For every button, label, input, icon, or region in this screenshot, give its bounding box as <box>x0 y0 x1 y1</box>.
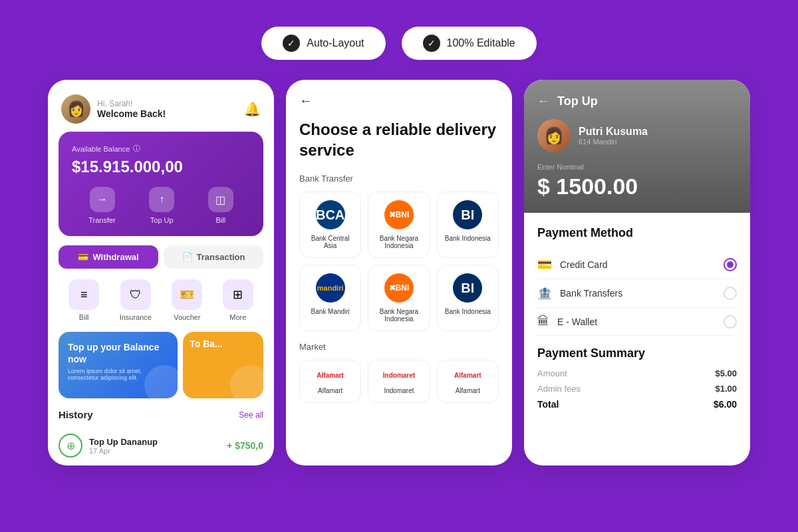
pm-ewallet[interactable]: 🏛 E - Wallet <box>537 308 737 336</box>
bank-transfer-label: Bank Transfers <box>560 288 622 299</box>
bank-mandiri[interactable]: mandiri Bank Mandiri <box>299 265 361 331</box>
history-item-icon: ⊕ <box>59 434 82 458</box>
credit-card-icon: 💳 <box>537 257 552 272</box>
bca-logo: BCA <box>316 200 345 229</box>
top-badges-container: ✓ Auto-Layout ✓ 100% Editable <box>0 0 798 60</box>
bank-grid: BCA Bank Central Asia ✖BNI Bank Negara I… <box>299 192 499 331</box>
topup-user-name: Putri Kusuma <box>579 126 648 138</box>
more-quick-icon: ⊞ <box>223 279 253 310</box>
more-quick-label: More <box>229 313 246 321</box>
history-item-date: 17 Apr <box>89 447 158 455</box>
bank-bca[interactable]: BCA Bank Central Asia <box>299 192 361 258</box>
check-icon-1: ✓ <box>283 35 300 52</box>
bank-transfer-label: Bank Transfer <box>299 174 499 184</box>
notification-bell-icon[interactable]: 🔔 <box>244 101 261 117</box>
delivery-title: Choose a reliable delivery service <box>299 119 499 160</box>
pm-credit-card[interactable]: 💳 Credit Card <box>537 251 737 279</box>
balance-label: Available Balance ⓘ <box>72 144 250 154</box>
mandiri-name: Bank Mandiri <box>311 308 349 315</box>
bi-logo-2: BI <box>453 273 482 303</box>
insurance-quick-label: Insurance <box>120 313 152 321</box>
alfamart-name-1: Alfamart <box>318 387 342 394</box>
ewallet-icon: 🏛 <box>537 315 549 329</box>
cards-container: 👩 Hi, Sarah! Welcome Back! 🔔 Available B… <box>0 80 798 466</box>
bank-bni-1[interactable]: ✖BNI Bank Negara Indonesia <box>368 192 430 258</box>
ewallet-radio[interactable] <box>724 315 737 329</box>
alfamart-logo-2: Alfamart <box>453 368 482 382</box>
balance-actions: → Transfer ↑ Top Up ◫ Bill <box>72 187 250 224</box>
topup-user-avatar: 👩 <box>537 119 571 152</box>
market-alfamart-2[interactable]: Alfamart Alfamart <box>437 360 499 403</box>
bank-bni-2[interactable]: ✖BNI Bank Negara Indonesia <box>368 265 430 331</box>
history-header: History See all <box>48 409 274 428</box>
promo-toba-banner[interactable]: To Ba... <box>183 332 263 398</box>
delivery-service-card: ← Choose a reliable delivery service Ban… <box>286 80 512 466</box>
bank-bi-2[interactable]: BI Bank Indonesia <box>437 265 499 331</box>
pm-bank-transfer[interactable]: 🏦 Bank Transfers <box>537 279 737 308</box>
bank-bi-1[interactable]: BI Bank Indonesia <box>437 192 499 258</box>
promo-yellow-decoration <box>230 365 263 398</box>
editable-label: 100% Editable <box>447 37 515 49</box>
topup-user-info: 👩 Putri Kusuma 614 Mandiri <box>537 119 737 152</box>
insurance-quick-item[interactable]: 🛡 Insurance <box>120 279 152 321</box>
user-greeting-row: 👩 Hi, Sarah! Welcome Back! <box>61 94 166 124</box>
voucher-quick-item[interactable]: 🎫 Voucher <box>172 279 202 321</box>
topup-action[interactable]: ↑ Top Up <box>149 187 174 224</box>
admin-value: $1.00 <box>715 384 737 394</box>
avatar: 👩 <box>61 94 90 124</box>
topup-label: Top Up <box>150 216 174 224</box>
indomaret-name: Indomaret <box>384 387 414 394</box>
summary-amount-row: Amount $5.00 <box>537 368 737 378</box>
bill-icon: ◫ <box>208 187 233 212</box>
check-icon-2: ✓ <box>423 35 440 52</box>
topup-icon: ↑ <box>149 187 174 212</box>
see-all-link[interactable]: See all <box>239 410 263 420</box>
transfer-action[interactable]: → Transfer <box>88 187 116 224</box>
back-button[interactable]: ← <box>299 93 499 108</box>
more-quick-item[interactable]: ⊞ More <box>223 279 253 321</box>
tabs-row: 💳 Withdrawal 📄 Transaction <box>59 245 263 269</box>
bi-name-2: Bank Indonesia <box>445 308 491 315</box>
transaction-tab[interactable]: 📄 Transaction <box>164 245 263 269</box>
alfamart-logo-1: Alfamart <box>316 368 345 382</box>
auto-layout-label: Auto-Layout <box>307 37 364 49</box>
auto-layout-badge: ✓ Auto-Layout <box>261 27 385 60</box>
market-indomaret[interactable]: Indomaret Indomaret <box>368 360 430 403</box>
bni-name-2: Bank Negara Indonesia <box>374 308 424 323</box>
amount-value: $5.00 <box>715 368 737 378</box>
topup-back-button[interactable]: ← <box>537 94 549 108</box>
quick-icons-row: ≡ Bill 🛡 Insurance 🎫 Voucher ⊞ More <box>48 279 274 332</box>
bill-action[interactable]: ◫ Bill <box>208 187 233 224</box>
total-label: Total <box>537 399 559 410</box>
promo-topup-banner[interactable]: Top up your Balance now Lorem ipsum dolo… <box>59 332 178 398</box>
market-alfamart-1[interactable]: Alfamart Alfamart <box>299 360 361 403</box>
promo-row: Top up your Balance now Lorem ipsum dolo… <box>59 332 263 398</box>
voucher-quick-icon: 🎫 <box>172 279 202 310</box>
bni-logo-1: ✖BNI <box>384 200 414 229</box>
credit-card-label: Credit Card <box>560 259 608 270</box>
transfer-label: Transfer <box>88 216 116 224</box>
history-item: ⊕ Top Up Dananup 17 Apr + $750,0 <box>48 428 274 463</box>
nominal-label: Enter Nominal <box>537 163 737 171</box>
greeting-welcome: Welcome Back! <box>97 108 166 119</box>
payment-summary-title: Payment Summary <box>537 346 737 360</box>
promo-title: Top up your Balance now <box>68 341 168 365</box>
topup-user-sub: 614 Mandiri <box>579 138 648 146</box>
topup-body: Payment Method 💳 Credit Card 🏦 Bank Tran… <box>524 213 750 428</box>
balance-card: Available Balance ⓘ $15.915.000,00 → Tra… <box>59 132 263 236</box>
bi-logo-1: BI <box>453 200 482 229</box>
bill-quick-icon: ≡ <box>68 279 99 310</box>
admin-label: Admin fees <box>537 384 581 394</box>
withdrawal-tab[interactable]: 💳 Withdrawal <box>59 245 158 269</box>
market-label: Market <box>299 342 499 352</box>
bill-quick-item[interactable]: ≡ Bill <box>68 279 99 321</box>
alfamart-name-2: Alfamart <box>456 387 480 394</box>
summary-admin-row: Admin fees $1.00 <box>537 384 737 394</box>
voucher-quick-label: Voucher <box>174 313 200 321</box>
bank-transfer-radio[interactable] <box>724 287 737 300</box>
credit-card-radio[interactable] <box>724 258 737 271</box>
bill-quick-label: Bill <box>79 313 89 321</box>
bill-label: Bill <box>215 216 225 224</box>
nominal-amount: $ 1500.00 <box>537 174 737 200</box>
payment-method-title: Payment Method <box>537 226 737 240</box>
